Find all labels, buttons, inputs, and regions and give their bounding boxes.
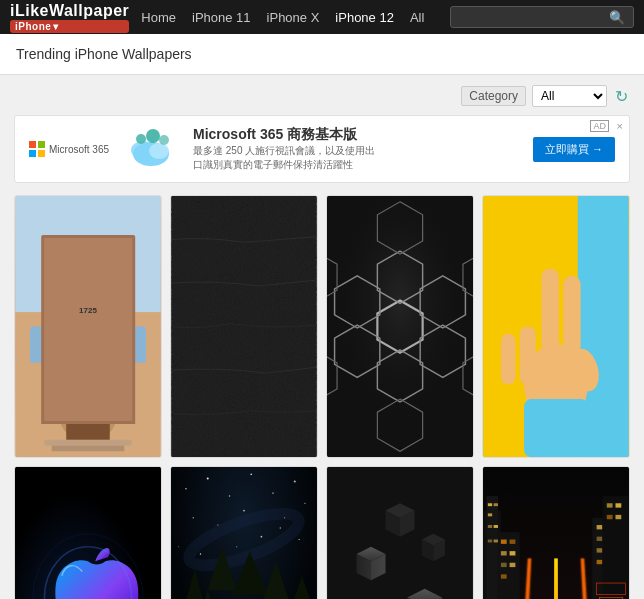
svg-rect-134 bbox=[615, 515, 621, 519]
page-header: Trending iPhone Wallpapers bbox=[0, 34, 644, 75]
svg-rect-41 bbox=[501, 334, 516, 385]
svg-point-5 bbox=[159, 135, 169, 145]
wallpaper-forestnight-bg bbox=[171, 467, 317, 599]
svg-rect-15 bbox=[15, 196, 160, 312]
svg-point-59 bbox=[299, 539, 300, 540]
iphone-dropdown-badge[interactable]: iPhone ▾ bbox=[10, 20, 129, 33]
ms-squares-icon bbox=[29, 141, 45, 157]
svg-rect-38 bbox=[563, 276, 580, 356]
svg-point-61 bbox=[200, 553, 201, 554]
ad-marker: AD bbox=[590, 120, 609, 132]
site-logo[interactable]: iLikeWallpaper iPhone ▾ bbox=[10, 2, 129, 33]
svg-rect-11 bbox=[117, 327, 146, 363]
search-bar: 🔍 bbox=[450, 6, 634, 28]
svg-point-55 bbox=[193, 517, 194, 518]
nav-home[interactable]: Home bbox=[141, 10, 176, 25]
ms-brand: Microsoft 365 bbox=[29, 141, 109, 157]
svg-rect-130 bbox=[602, 496, 628, 599]
svg-rect-117 bbox=[510, 563, 516, 567]
ms-brand-label: Microsoft 365 bbox=[49, 144, 109, 155]
svg-rect-14 bbox=[52, 446, 125, 452]
svg-point-53 bbox=[294, 481, 296, 483]
filter-bar: Category All Nature Abstract City Dark ↻ bbox=[14, 85, 630, 107]
wallpaper-card-8[interactable] bbox=[482, 466, 630, 599]
svg-text:1725: 1725 bbox=[75, 327, 101, 340]
ms-red-square bbox=[29, 141, 36, 148]
svg-point-63 bbox=[261, 536, 263, 538]
svg-rect-40 bbox=[520, 327, 536, 385]
wallpaper-darkcubes-bg bbox=[327, 467, 473, 599]
wallpaper-card-7[interactable] bbox=[326, 466, 474, 599]
wallpaper-citynight-bg bbox=[483, 467, 629, 599]
ms-blue-square bbox=[29, 150, 36, 157]
nav-iphonex[interactable]: iPhone X bbox=[267, 10, 320, 25]
wallpaper-building-bg: 1725 bbox=[15, 196, 161, 457]
svg-rect-13 bbox=[44, 440, 131, 446]
ad-content: Microsoft 365 Microsoft 365 商務基本版 最多達 25… bbox=[29, 124, 375, 174]
svg-rect-131 bbox=[607, 503, 613, 507]
ad-cta-button[interactable]: 立即購買 → bbox=[533, 137, 615, 162]
svg-rect-107 bbox=[488, 525, 492, 528]
svg-rect-113 bbox=[510, 540, 516, 544]
svg-rect-109 bbox=[488, 540, 492, 543]
nav-iphone12[interactable]: iPhone 12 bbox=[335, 10, 394, 25]
wallpaper-card-1[interactable]: 1725 bbox=[14, 195, 162, 458]
wallpaper-hex-bg bbox=[327, 196, 473, 457]
svg-rect-114 bbox=[501, 551, 507, 555]
svg-rect-9 bbox=[66, 370, 110, 443]
nav-iphone11[interactable]: iPhone 11 bbox=[192, 10, 251, 25]
svg-rect-105 bbox=[494, 503, 498, 506]
wallpaper-card-5[interactable] bbox=[14, 466, 162, 599]
category-label: Category bbox=[461, 86, 526, 106]
header: iLikeWallpaper iPhone ▾ Home iPhone 11 i… bbox=[0, 0, 644, 34]
main-nav: Home iPhone 11 iPhone X iPhone 12 All bbox=[141, 10, 438, 25]
svg-rect-108 bbox=[494, 525, 498, 528]
logo-text: iLikeWallpaper bbox=[10, 2, 129, 19]
svg-point-60 bbox=[178, 546, 179, 547]
svg-rect-103 bbox=[486, 496, 498, 599]
wallpaper-card-3[interactable] bbox=[326, 195, 474, 458]
svg-point-2 bbox=[149, 143, 169, 159]
svg-rect-115 bbox=[510, 551, 516, 555]
search-button[interactable]: 🔍 bbox=[607, 10, 627, 25]
svg-rect-104 bbox=[488, 503, 492, 506]
svg-point-48 bbox=[185, 488, 186, 489]
svg-rect-118 bbox=[501, 574, 507, 578]
wallpaper-card-6[interactable] bbox=[170, 466, 318, 599]
category-select[interactable]: All Nature Abstract City Dark bbox=[532, 85, 607, 107]
svg-point-4 bbox=[146, 129, 160, 143]
nav-all[interactable]: All bbox=[410, 10, 424, 25]
svg-point-58 bbox=[280, 527, 281, 528]
ms-green-square bbox=[38, 141, 45, 148]
ad-description-line1: 最多達 250 人施行視訊會議，以及使用出 bbox=[193, 144, 375, 158]
svg-rect-129 bbox=[597, 560, 603, 564]
svg-rect-110 bbox=[494, 540, 498, 543]
ad-description-line2: 口識別真實的電子郵件保持清活躍性 bbox=[193, 158, 375, 172]
ad-text: Microsoft 365 商務基本版 最多達 250 人施行視訊會議，以及使用… bbox=[193, 126, 375, 172]
svg-rect-132 bbox=[615, 503, 621, 507]
wallpaper-card-2[interactable] bbox=[170, 195, 318, 458]
ad-banner: Microsoft 365 Microsoft 365 商務基本版 最多達 25… bbox=[14, 115, 630, 183]
svg-rect-123 bbox=[597, 537, 603, 541]
svg-point-62 bbox=[236, 546, 237, 547]
search-input[interactable] bbox=[457, 10, 607, 24]
svg-rect-126 bbox=[597, 548, 603, 552]
ms-yellow-square bbox=[38, 150, 45, 157]
svg-rect-133 bbox=[607, 515, 613, 519]
svg-rect-112 bbox=[501, 540, 507, 544]
svg-rect-10 bbox=[30, 327, 59, 363]
svg-rect-116 bbox=[501, 563, 507, 567]
wallpaper-card-4[interactable] bbox=[482, 195, 630, 458]
wallpaper-apple-bg bbox=[15, 467, 161, 599]
svg-rect-39 bbox=[541, 269, 558, 356]
refresh-button[interactable]: ↻ bbox=[613, 87, 630, 106]
ad-close-button[interactable]: × bbox=[617, 120, 623, 132]
svg-rect-43 bbox=[524, 399, 588, 457]
ad-cloud-illustration bbox=[121, 124, 181, 174]
svg-point-3 bbox=[136, 134, 146, 144]
svg-point-57 bbox=[243, 510, 245, 512]
svg-point-51 bbox=[250, 473, 252, 475]
svg-point-49 bbox=[207, 478, 209, 480]
wallpaper-grid: 1725 bbox=[14, 195, 630, 599]
wallpaper-yellowhand-bg bbox=[483, 196, 629, 457]
